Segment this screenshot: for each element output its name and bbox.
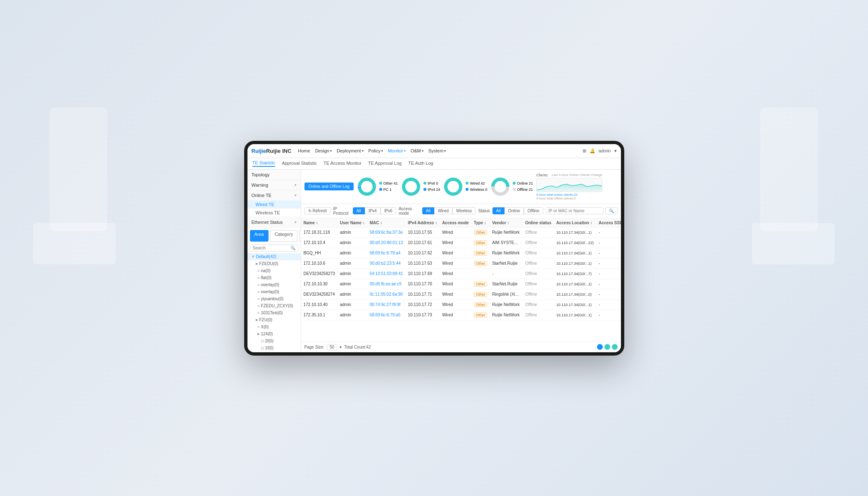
- donut-svg-1: [357, 177, 377, 197]
- sidebar-search-input[interactable]: [253, 246, 289, 250]
- status-all-button[interactable]: All: [492, 207, 504, 214]
- cell-access-ssid: -: [596, 289, 621, 299]
- cell-mac[interactable]: 00:74:9c:27:f9:9f: [367, 299, 406, 310]
- cell-access-ssid: -: [596, 299, 621, 310]
- nav-om[interactable]: O&M ▾: [411, 148, 423, 153]
- cell-mac[interactable]: 58:69:6c:6:79:a4: [367, 248, 406, 258]
- tree-124[interactable]: ▶ 124(0): [247, 330, 301, 337]
- table-toolbar: ↻ Refresh IP Protocol All IPv4 IPv6 Acce…: [301, 204, 621, 218]
- cell-online-status: Offline: [523, 310, 554, 320]
- tab-te-auth-log[interactable]: TE Auth Log: [408, 161, 433, 166]
- cell-access-ssid: -: [596, 268, 621, 279]
- sidebar-wired-te[interactable]: Wired TE: [247, 200, 301, 209]
- cell-user: admin: [338, 289, 367, 299]
- ip-ipv4-button[interactable]: IPv4: [365, 207, 380, 214]
- tree-yiyuanlou[interactable]: ○ yiyuanlou(0): [247, 295, 301, 302]
- table-row: 172.10.10.4 admin 00:d0:20:80:01:13 10.1…: [301, 237, 621, 248]
- tree-x[interactable]: ○ X(0): [247, 323, 301, 330]
- online-offline-log-button[interactable]: Online and Offline Log: [304, 183, 354, 190]
- sidebar-wireless-te[interactable]: Wireless TE: [247, 209, 301, 217]
- filter-tab-area[interactable]: Area: [250, 230, 269, 242]
- tree-default[interactable]: ▼ Default(42): [247, 253, 301, 260]
- cell-mac[interactable]: 58:69:6c:8a:37:3e: [367, 227, 406, 237]
- access-all-button[interactable]: All: [422, 207, 434, 214]
- cell-name: 172.10.10.6: [301, 258, 338, 268]
- cell-user: admin: [338, 237, 367, 248]
- nav-design[interactable]: Design ▾: [315, 148, 332, 153]
- tree-fzedu[interactable]: ▶ FZEDU(0): [252, 260, 301, 267]
- sidebar-warning[interactable]: Warning ▾: [247, 180, 301, 190]
- svg-marker-7: [537, 184, 602, 192]
- cell-name: 172.18.31.118: [301, 227, 338, 237]
- sidebar-section-ethernet: Ethernet Status ▾: [247, 217, 301, 228]
- refresh-button[interactable]: ↻ Refresh: [304, 207, 331, 214]
- chevron-down-icon: ▾: [404, 149, 406, 153]
- ip-ipv6-button[interactable]: IPv6: [380, 207, 396, 214]
- cell-vendor: Ringslink (Xiamen) Network Communication…: [490, 289, 523, 299]
- sidebar-section-online-te: Online TE ▾ Wired TE Wireless TE: [247, 190, 301, 217]
- access-wired-button[interactable]: Wired: [434, 207, 452, 214]
- tree-na[interactable]: ○ na(0): [247, 267, 301, 274]
- col-ipv4: IPv4 Address ↕: [405, 218, 440, 228]
- nav-system[interactable]: System ▾: [428, 148, 446, 153]
- cell-mac[interactable]: 58:69:6c:6:79:a5: [367, 310, 406, 320]
- tree-fzedu-zcxy[interactable]: ○ FZEDU_ZCXY(0): [247, 302, 301, 309]
- cell-mac[interactable]: 0c:11:05:02:6a:90: [367, 289, 406, 299]
- tree-1031test[interactable]: ○ 1031Test(0): [247, 309, 301, 316]
- access-wireless-button[interactable]: Wireless: [452, 207, 476, 214]
- status-online-button[interactable]: Online: [504, 207, 524, 214]
- page-1-button[interactable]: [597, 344, 603, 350]
- cell-ipv4: 10.110.17.61: [405, 237, 440, 248]
- tree-1f[interactable]: □ 1f(0): [247, 344, 301, 351]
- tree-2f[interactable]: □ 2f(0): [247, 337, 301, 344]
- donut-chart-4: Online 21 Offline 21: [490, 177, 533, 197]
- ip-all-button[interactable]: All: [353, 207, 365, 214]
- cell-mac[interactable]: 00:d0:b2:23:5:44: [367, 258, 406, 268]
- sidebar-online-te[interactable]: Online TE ▾: [247, 190, 301, 200]
- cell-user: admin: [338, 299, 367, 310]
- page-size-value[interactable]: 50: [327, 344, 337, 350]
- tab-te-approval-log[interactable]: TE Approval Log: [368, 161, 402, 166]
- nav-home[interactable]: Home: [298, 148, 310, 153]
- tree-overlay1[interactable]: ○ overlay(0): [247, 281, 301, 288]
- nav-policy[interactable]: Policy ▾: [369, 148, 383, 153]
- tree-node-label: Default(42): [256, 254, 276, 259]
- tab-approval-statistic[interactable]: Approval Statistic: [282, 161, 317, 166]
- sidebar-ethernet-status[interactable]: Ethernet Status ▾: [247, 217, 301, 227]
- sidebar-topology[interactable]: Topology: [247, 170, 301, 180]
- status-offline-button[interactable]: Offline: [524, 207, 543, 214]
- tree-2a[interactable]: □ 2a(0): [247, 351, 301, 352]
- filter-tab-category[interactable]: Category: [270, 230, 298, 242]
- tree-flat[interactable]: ○ flat(0): [247, 274, 301, 281]
- page-3-button[interactable]: [612, 344, 618, 350]
- page-2-button[interactable]: [604, 344, 610, 350]
- grid-icon[interactable]: ⊞: [583, 148, 586, 154]
- pagination: [597, 344, 618, 350]
- cell-user: admin: [338, 258, 367, 268]
- cell-mac[interactable]: 00:d5:fb:ee:ae:c5: [367, 279, 406, 289]
- table-search-input[interactable]: [546, 207, 604, 214]
- donut-svg-3: [443, 177, 463, 197]
- tree-overlay2[interactable]: ○ overlay(0): [247, 288, 301, 295]
- table-search-button[interactable]: 🔍: [605, 207, 618, 214]
- tab-te-statistic[interactable]: TE Statistic: [252, 160, 276, 167]
- cell-access-location: 10.110.17.34(G0/...1): [554, 258, 597, 268]
- col-username: User Name ↕: [338, 218, 367, 228]
- search-icon: 🔍: [609, 209, 614, 213]
- topbar: RuijieRuijie INC Home Design ▾ Deploymen…: [247, 144, 621, 158]
- ip-protocol-group: All IPv4 IPv6: [353, 207, 396, 214]
- tree-fzu[interactable]: ▶ FZU(0): [252, 316, 301, 323]
- cell-name: 172.10.10.4: [301, 237, 338, 248]
- donut-legend-3: Wired 42 Wireless 0: [466, 180, 487, 192]
- bell-icon[interactable]: 🔔: [590, 148, 595, 154]
- nav-monitor[interactable]: Monitor ▾: [388, 148, 406, 153]
- table-row: DEV3234258274 admin 0c:11:05:02:6a:90 10…: [301, 289, 621, 299]
- cell-mac[interactable]: 54:10:51:03:88:41: [367, 268, 406, 279]
- tab-te-access-monitor[interactable]: TE Access Monitor: [323, 161, 361, 166]
- cell-ipv4: 10.110.17.72: [405, 299, 440, 310]
- user-label[interactable]: admin: [599, 148, 611, 153]
- cell-user: admin: [338, 310, 367, 320]
- cell-mac[interactable]: 00:d0:20:80:01:13: [367, 237, 406, 248]
- donut-chart-1: Other 41 PC 1: [357, 177, 398, 197]
- nav-deployment[interactable]: Deployment ▾: [337, 148, 364, 153]
